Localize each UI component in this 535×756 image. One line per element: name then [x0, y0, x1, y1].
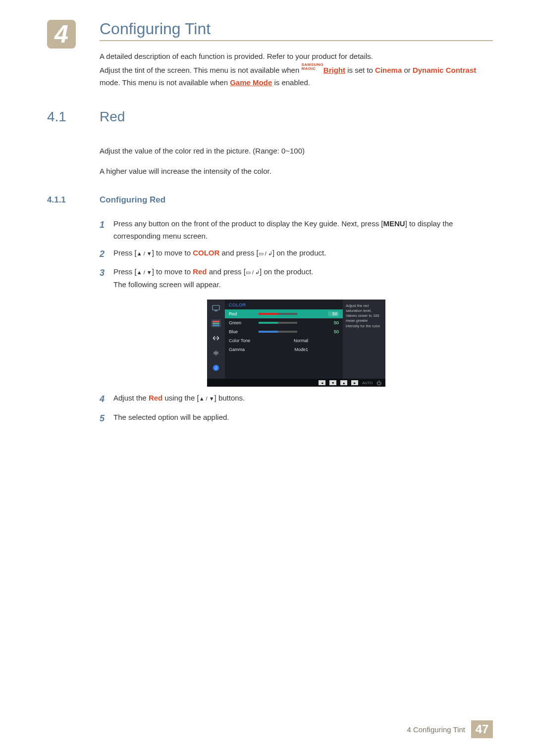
select-enter-icon: ▭ / ↲ — [246, 269, 260, 275]
samsung-magic-logo: SAMSUNGMAGIC — [301, 63, 323, 71]
osd-menu-title: COLOR — [225, 302, 343, 309]
svg-rect-4 — [213, 325, 219, 326]
step-2: 2 Press [▲ / ▼] to move to COLOR and pre… — [100, 247, 493, 262]
svg-rect-2 — [213, 321, 219, 322]
step-5: 5 The selected option will be applied. — [100, 411, 493, 426]
menu-button-label: MENU — [383, 219, 405, 228]
bright-link[interactable]: Bright — [323, 66, 345, 74]
intro-paragraph-1: A detailed description of each function … — [100, 50, 493, 63]
section-title: Red — [100, 109, 493, 125]
auto-label: AUTO — [362, 381, 373, 385]
section-body-p2: A higher value will increase the intensi… — [100, 165, 493, 178]
osd-row-colortone: Color Tone Normal — [225, 336, 343, 345]
osd-row-gamma: Gamma Mode1 — [225, 345, 343, 354]
right-icon: ► — [351, 380, 358, 385]
svg-point-5 — [215, 352, 217, 354]
step-list-cont: 4 Adjust the Red using the [▲ / ▼] butto… — [100, 392, 493, 426]
osd-screenshot: i COLOR Red 50 Green — [207, 300, 385, 387]
color-icon — [211, 319, 221, 327]
select-enter-icon: ▭ / ↲ — [259, 250, 272, 256]
osd-sidebar: i — [207, 300, 225, 379]
step-1: 1 Press any button on the front of the p… — [100, 217, 493, 243]
osd-row-red: Red 50 — [225, 309, 343, 318]
osd-row-blue: Blue 50 — [225, 327, 343, 336]
intro-paragraph-2: Adjust the tint of the screen. This menu… — [100, 63, 493, 89]
up-icon: ▲ — [340, 380, 347, 385]
step-list: 1 Press any button on the front of the p… — [100, 217, 493, 291]
footer-chapter-label: 4 Configuring Tint — [407, 725, 465, 734]
down-icon: ▼ — [329, 380, 336, 385]
chapter-number-badge: 4 — [47, 20, 76, 49]
game-mode-link[interactable]: Game Mode — [230, 78, 272, 87]
page-footer: 4 Configuring Tint 47 — [407, 720, 493, 738]
footer-page-number: 47 — [471, 720, 493, 738]
up-down-icon: ▲ / ▼ — [137, 250, 152, 256]
subsection-number: 4.1.1 — [47, 195, 100, 205]
osd-row-green: Green 50 — [225, 318, 343, 327]
picture-icon — [211, 304, 221, 312]
chapter-header: 4 Configuring Tint A detailed descriptio… — [47, 20, 493, 89]
section-body-p1: Adjust the value of the color red in the… — [100, 145, 493, 157]
power-icon: ⏻ — [376, 380, 381, 386]
up-down-icon: ▲ / ▼ — [199, 396, 214, 402]
up-down-icon: ▲ / ▼ — [137, 269, 152, 275]
info-icon: i — [211, 364, 221, 372]
size-icon — [211, 334, 221, 342]
step-3: 3 Press [▲ / ▼] to move to Red and press… — [100, 265, 493, 291]
svg-rect-0 — [213, 305, 219, 310]
left-icon: ◄ — [319, 380, 325, 385]
osd-menu: COLOR Red 50 Green 50 — [225, 300, 343, 379]
svg-rect-3 — [213, 323, 219, 324]
osd-tooltip: Adjust the red saturation level. Values … — [343, 300, 385, 379]
section-number: 4.1 — [47, 109, 100, 430]
svg-rect-1 — [214, 310, 217, 311]
step-4: 4 Adjust the Red using the [▲ / ▼] butto… — [100, 392, 493, 407]
chapter-title: Configuring Tint — [100, 20, 493, 41]
osd-bottom-bar: ◄ ▼ ▲ ► AUTO ⏻ — [207, 379, 385, 387]
settings-icon — [211, 349, 221, 357]
subsection-title: Configuring Red — [100, 195, 165, 205]
